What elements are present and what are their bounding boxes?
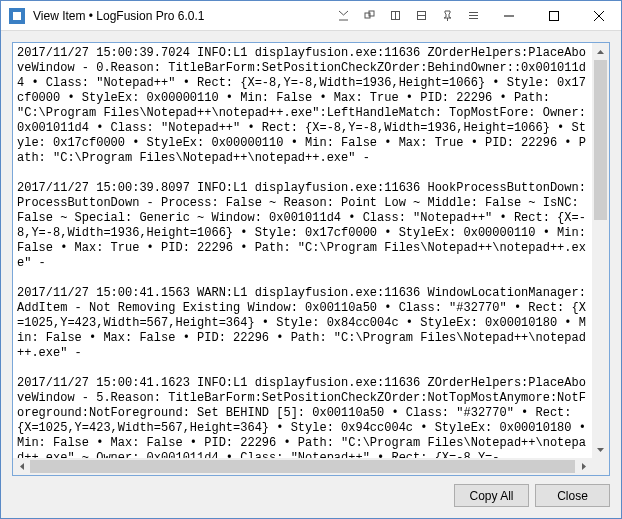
scroll-down-icon[interactable] [592, 441, 609, 458]
tb-btn-4[interactable] [408, 1, 434, 30]
tb-btn-menu[interactable] [460, 1, 486, 30]
horizontal-scrollbar[interactable] [13, 458, 592, 475]
log-textarea[interactable]: 2017/11/27 15:00:39.7024 INFO:L1 display… [13, 43, 592, 458]
minimize-button[interactable] [486, 1, 531, 30]
window-frame: View Item • LogFusion Pro 6.0.1 [0, 0, 622, 519]
scroll-left-icon[interactable] [13, 458, 30, 475]
scroll-up-icon[interactable] [592, 43, 609, 60]
scroll-track-vertical[interactable] [592, 60, 609, 441]
copy-all-button[interactable]: Copy All [454, 484, 529, 507]
log-textarea-wrap: 2017/11/27 15:00:39.7024 INFO:L1 display… [12, 42, 610, 476]
tb-btn-3[interactable] [382, 1, 408, 30]
scroll-right-icon[interactable] [575, 458, 592, 475]
client-area: 2017/11/27 15:00:39.7024 INFO:L1 display… [1, 31, 621, 518]
scroll-track-horizontal[interactable] [30, 458, 575, 475]
titlebar-system-buttons [486, 1, 621, 30]
app-icon [9, 8, 25, 24]
vertical-scrollbar[interactable] [592, 43, 609, 458]
scroll-thumb-vertical[interactable] [594, 60, 607, 220]
titlebar[interactable]: View Item • LogFusion Pro 6.0.1 [1, 1, 621, 31]
window-title: View Item • LogFusion Pro 6.0.1 [33, 9, 204, 23]
svg-rect-10 [549, 11, 558, 20]
scroll-thumb-horizontal[interactable] [30, 460, 575, 473]
scrollbar-corner [592, 458, 609, 475]
tb-btn-1[interactable] [330, 1, 356, 30]
tb-btn-2[interactable] [356, 1, 382, 30]
maximize-button[interactable] [531, 1, 576, 30]
button-row: Copy All Close [12, 476, 610, 507]
titlebar-custom-buttons [330, 1, 486, 30]
close-button[interactable]: Close [535, 484, 610, 507]
close-window-button[interactable] [576, 1, 621, 30]
tb-btn-pin[interactable] [434, 1, 460, 30]
